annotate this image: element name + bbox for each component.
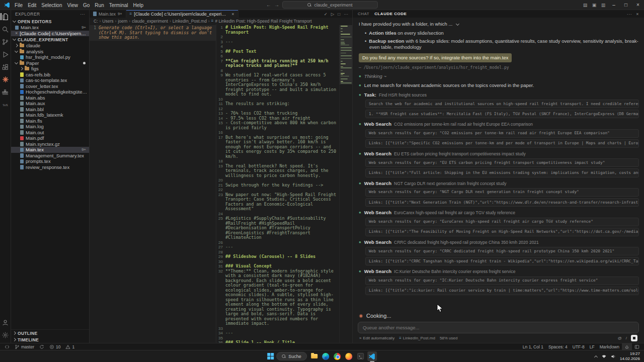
stop-button[interactable] [631,335,637,341]
latex-icon[interactable]: TeX [2,101,10,109]
start-button[interactable] [267,353,274,359]
menu-file[interactable]: File [12,3,25,8]
minimap-slider[interactable] [340,25,352,84]
file-hsr_freight_model.py[interactable]: hsr_freight_model.py [11,54,89,60]
timeline-section[interactable]: TIMELINE [11,336,89,343]
file-Hochgeschwindigkeitsgüterberkehr.docx[interactable]: Hochgeschwindigkeitsgüterberkehr.docx [11,89,89,95]
file-Main.abs[interactable]: Main.abs [11,95,89,101]
account-icon[interactable] [2,318,10,326]
explorer-icon[interactable] [2,13,10,21]
file-Main.fdb_latexmk[interactable]: Main.fdb_latexmk [11,112,89,118]
search-icon[interactable] [2,25,10,33]
toggle-secondary-sidebar-icon[interactable]: ▥ [599,3,608,8]
problems-warnings[interactable]: 1 [63,343,77,350]
sync-icon[interactable] [37,343,47,350]
panel-more-icon[interactable]: ··· [627,12,632,17]
volume-icon[interactable] [611,354,616,359]
file-Main.pdf[interactable]: Main.pdf [11,135,89,141]
file-Main.fls[interactable]: Main.fls [11,118,89,124]
maximize-button[interactable]: □ [620,0,632,10]
edit-mode-toggle[interactable]: »Edit automatically [359,336,394,340]
more-actions-icon[interactable]: ··· [344,12,349,17]
menu-run[interactable]: Run [92,3,106,8]
close-icon[interactable]: × [15,31,18,36]
settings-icon[interactable] [2,331,10,339]
language-mode[interactable]: Markdown [597,343,622,350]
tab-claude-code-linkedin-post[interactable]: ≡ [Claude Code] c:\Users\joern\claude_ex… [126,10,238,18]
toggle-sidebar-icon[interactable]: ▤ [581,3,590,8]
breadcrumb-item[interactable]: joern [118,19,127,24]
chat-input[interactable]: Queue another message... [358,322,639,333]
taskbar-app-edge[interactable] [321,351,331,361]
folder-Paper[interactable]: Paper [11,60,89,66]
history-back-icon[interactable]: ← [266,2,271,8]
indentation[interactable]: Spaces: 4 [546,343,570,350]
folder-claude[interactable]: claude [11,43,89,49]
menu-edit[interactable]: Edit [25,3,39,8]
menu-selection[interactable]: Selection [39,3,64,8]
panel-close-icon[interactable]: × [636,12,639,17]
breadcrumb-item[interactable]: C: [94,19,98,24]
menu-view[interactable]: View [65,3,81,8]
file-prompts.tex[interactable]: prompts.tex [11,158,89,164]
clock[interactable]: 19:27 14.02.2026 [620,351,640,361]
breadcrumb-item[interactable]: LinkedIn_Post.md [173,19,207,24]
sidebar-more-icon[interactable]: ··· [80,12,85,17]
remote-indicator[interactable] [2,343,12,350]
file-Main.log[interactable]: Main.log [11,124,89,130]
open-preview-icon[interactable]: ▷ [331,12,335,17]
outline-section[interactable]: OUTLINE [11,330,89,336]
file-Management_Summary.tex[interactable]: Management_Summary.tex [11,153,89,159]
command-center-search[interactable]: claude_experiment [282,1,378,9]
taskbar-app-firefox[interactable] [344,351,354,361]
taskbar-app-file-explorer[interactable] [309,351,319,361]
file-review_response.tex[interactable]: review_response.tex [11,164,89,170]
taskbar-app-chrome[interactable] [333,351,342,361]
toggle-panel-icon[interactable]: ▣ [590,3,599,8]
source-control-icon[interactable] [2,38,10,46]
close-tab-icon[interactable]: × [231,12,234,17]
collapsed-user-message[interactable]: I have provided you with a folder, in wh… [359,21,639,27]
taskbar-app-terminal[interactable]: ›_ [356,351,365,361]
layout-icon[interactable] [632,343,642,350]
workspace-root-header[interactable]: CLAUDE_EXPERIMENT [11,36,89,43]
check-icon[interactable]: ✓ [324,12,328,17]
folder-figs[interactable]: figs [11,66,89,72]
file-cas-refs.bib[interactable]: cas-refs.bib [11,72,89,78]
tab-chat[interactable]: CHAT [358,12,369,16]
extensions-icon[interactable] [2,63,10,71]
encoding[interactable]: UTF-8 [570,343,587,350]
close-button[interactable]: × [632,0,644,10]
file-Main.tex[interactable]: Main.tex9+ [11,147,89,153]
file-cas-sc-template.tex[interactable]: cas-sc-template.tex [11,77,89,83]
claude-icon[interactable] [2,75,10,83]
menu-go[interactable]: Go [80,3,92,8]
folder-analysis[interactable]: analysis [11,49,89,55]
file-Main.out[interactable]: Main.out [11,130,89,136]
tray-expand-icon[interactable] [594,355,598,358]
editor-main-tex[interactable]: 1 Generate code (Ctrl+I), or select a la… [90,24,216,343]
split-editor-icon[interactable]: □ [338,12,340,17]
slash-command-icon[interactable]: / [626,336,627,340]
wifi-icon[interactable] [601,354,607,358]
mention-icon[interactable]: @ [618,336,622,340]
taskbar-search[interactable]: Suche [276,352,307,360]
minimap[interactable] [339,25,352,343]
history-forward-icon[interactable]: → [274,2,279,8]
problems-errors[interactable]: 10 [47,343,63,350]
file-Main.aux[interactable]: Main.aux [11,101,89,107]
file-Main.bbl[interactable]: Main.bbl [11,107,89,113]
breadcrumb-item[interactable]: # LinkedIn Post: High-Speed Rail Freight… [215,19,311,24]
git-branch[interactable]: master [12,343,37,350]
run-debug-icon[interactable] [2,50,10,58]
tab-main-tex[interactable]: Main.tex 9+ [90,10,126,18]
file-Main.synctex.gz[interactable]: Main.synctex.gz [11,141,89,147]
file-cover_letter.tex[interactable]: cover_letter.tex [11,83,89,89]
eol[interactable]: LF [587,343,597,350]
cursor-position[interactable]: Ln 1, Col 1 [520,343,546,350]
breadcrumb-item[interactable]: claude_experiment [132,19,168,24]
notifications-bell[interactable] [622,343,632,350]
editor-linkedin-post[interactable]: 1# LinkedIn Post: High-Speed Rail Freigh… [216,24,352,343]
menu-help[interactable]: Help [131,3,146,8]
open-editors-header[interactable]: OPEN EDITORS [11,18,89,25]
